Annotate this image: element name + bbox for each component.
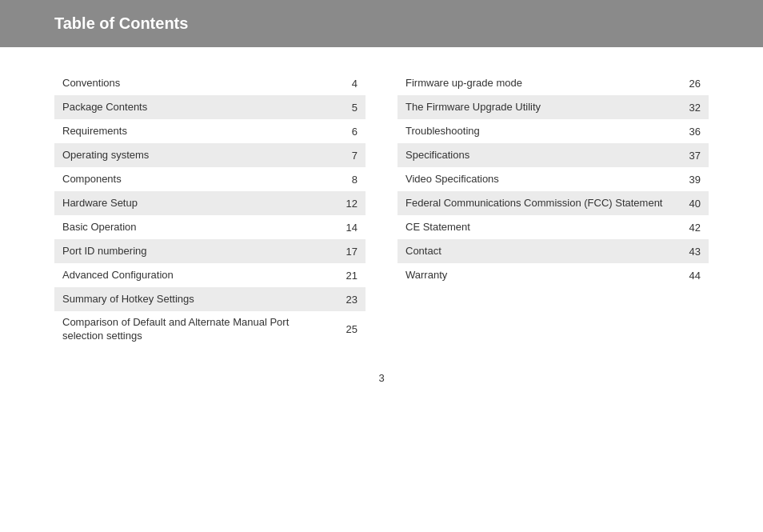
toc-row: The Firmware Upgrade Utility32 bbox=[397, 95, 709, 119]
toc-entry-label: Specifications bbox=[405, 149, 681, 162]
toc-row: Firmware up-grade mode26 bbox=[397, 71, 709, 95]
toc-row: Components8 bbox=[54, 167, 366, 191]
toc-row: Federal Communications Commission (FCC) … bbox=[397, 191, 709, 215]
content-area: Conventions4Package Contents5Requirement… bbox=[0, 71, 763, 348]
page-title: Table of Contents bbox=[54, 14, 188, 32]
toc-entry-page: 25 bbox=[338, 323, 358, 335]
toc-entry-page: 32 bbox=[681, 102, 701, 114]
toc-entry-page: 8 bbox=[338, 174, 358, 186]
left-column: Conventions4Package Contents5Requirement… bbox=[54, 71, 366, 348]
toc-entry-page: 23 bbox=[338, 294, 358, 306]
toc-entry-label: Advanced Configuration bbox=[62, 269, 338, 282]
toc-entry-label: Conventions bbox=[62, 77, 338, 90]
toc-entry-page: 39 bbox=[681, 174, 701, 186]
toc-entry-label: The Firmware Upgrade Utility bbox=[405, 101, 681, 114]
toc-entry-page: 14 bbox=[338, 222, 358, 234]
page-number: 3 bbox=[0, 372, 763, 384]
toc-entry-page: 21 bbox=[338, 270, 358, 282]
toc-entry-page: 7 bbox=[338, 150, 358, 162]
toc-entry-page: 37 bbox=[681, 150, 701, 162]
toc-entry-page: 4 bbox=[338, 78, 358, 90]
toc-entry-page: 36 bbox=[681, 126, 701, 138]
toc-row: Video Specifications39 bbox=[397, 167, 709, 191]
toc-entry-label: Firmware up-grade mode bbox=[405, 77, 681, 90]
toc-entry-label: Warranty bbox=[405, 269, 681, 282]
toc-entry-page: 42 bbox=[681, 222, 701, 234]
toc-entry-page: 12 bbox=[338, 198, 358, 210]
toc-entry-label: CE Statement bbox=[405, 221, 681, 234]
toc-entry-label: Package Contents bbox=[62, 101, 338, 114]
toc-entry-label: Basic Operation bbox=[62, 221, 338, 234]
toc-row: Advanced Configuration21 bbox=[54, 263, 366, 287]
toc-entry-label: Operating systems bbox=[62, 149, 338, 162]
toc-entry-label: Components bbox=[62, 173, 338, 186]
header-bar: Table of Contents bbox=[0, 0, 763, 47]
toc-entry-page: 26 bbox=[681, 78, 701, 90]
toc-row: Port ID numbering17 bbox=[54, 239, 366, 263]
toc-row: Contact43 bbox=[397, 239, 709, 263]
toc-row: Conventions4 bbox=[54, 71, 366, 95]
toc-row: Comparison of Default and Alternate Manu… bbox=[54, 311, 366, 348]
toc-row: CE Statement42 bbox=[397, 215, 709, 239]
right-column: Firmware up-grade mode26The Firmware Upg… bbox=[397, 71, 709, 348]
toc-entry-page: 5 bbox=[338, 102, 358, 114]
toc-entry-label: Contact bbox=[405, 245, 681, 258]
toc-entry-page: 44 bbox=[681, 270, 701, 282]
toc-row: Specifications37 bbox=[397, 143, 709, 167]
toc-entry-label: Summary of Hotkey Settings bbox=[62, 293, 338, 306]
toc-row: Summary of Hotkey Settings23 bbox=[54, 287, 366, 311]
toc-row: Hardware Setup12 bbox=[54, 191, 366, 215]
toc-entry-label: Port ID numbering bbox=[62, 245, 338, 258]
toc-row: Warranty44 bbox=[397, 263, 709, 287]
page-container: Table of Contents Conventions4Package Co… bbox=[0, 0, 763, 532]
toc-entry-page: 6 bbox=[338, 126, 358, 138]
toc-entry-page: 17 bbox=[338, 246, 358, 258]
toc-row: Basic Operation14 bbox=[54, 215, 366, 239]
toc-entry-label: Federal Communications Commission (FCC) … bbox=[405, 197, 681, 210]
toc-entry-page: 43 bbox=[681, 246, 701, 258]
toc-row: Troubleshooting36 bbox=[397, 119, 709, 143]
toc-entry-label: Video Specifications bbox=[405, 173, 681, 186]
toc-entry-label: Troubleshooting bbox=[405, 125, 681, 138]
toc-entry-label: Comparison of Default and Alternate Manu… bbox=[62, 316, 338, 343]
toc-entry-label: Hardware Setup bbox=[62, 197, 338, 210]
toc-row: Package Contents5 bbox=[54, 95, 366, 119]
toc-entry-label: Requirements bbox=[62, 125, 338, 138]
toc-entry-page: 40 bbox=[681, 198, 701, 210]
toc-row: Operating systems7 bbox=[54, 143, 366, 167]
toc-row: Requirements6 bbox=[54, 119, 366, 143]
